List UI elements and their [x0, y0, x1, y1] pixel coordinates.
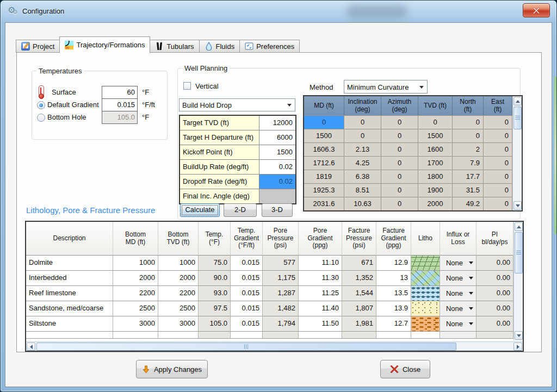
tab-project[interactable]: Project: [16, 40, 60, 53]
tab-trajectory-formations[interactable]: MD Trajectory/Formations: [59, 36, 150, 53]
influx-dropdown[interactable]: None: [440, 286, 476, 301]
trajectory-cell[interactable]: 1500: [304, 129, 344, 142]
trajectory-cell[interactable]: 1606.3: [304, 142, 344, 156]
litho-pattern-sandstone[interactable]: [411, 301, 440, 316]
trajectory-cell[interactable]: 1819: [304, 170, 344, 183]
trajectory-cell[interactable]: 0: [484, 170, 512, 183]
tab-fluids[interactable]: Fluids: [199, 40, 240, 53]
lithology-cell-bottom_md[interactable]: 3000: [113, 316, 158, 332]
trajectory-cell[interactable]: 1925.3: [304, 183, 344, 197]
litho-pattern-reef[interactable]: [411, 286, 440, 301]
tab-preferences[interactable]: Preferences: [239, 40, 300, 53]
trajectory-cell[interactable]: 0: [484, 142, 512, 156]
influx-dropdown[interactable]: None: [440, 301, 476, 316]
lithology-cell-fracture_gradient[interactable]: 12.7: [376, 316, 411, 332]
view-3d-button[interactable]: 3-D: [262, 203, 293, 217]
title-bar[interactable]: ⚙⚙ Configuration: [1, 1, 556, 22]
method-combobox[interactable]: Minimum Curvature: [344, 80, 428, 94]
trajectory-cell[interactable]: 0: [418, 115, 453, 129]
trajectory-cell[interactable]: 0: [484, 197, 512, 210]
lithology-cell-temp_gradient[interactable]: 0.015: [231, 301, 263, 316]
trajectory-cell[interactable]: 0: [381, 129, 418, 142]
lithology-cell-influx[interactable]: None: [440, 301, 476, 316]
lithology-cell-litho[interactable]: [411, 271, 440, 286]
trajectory-vertical-scrollbar[interactable]: [512, 96, 522, 210]
lithology-cell-influx[interactable]: None: [440, 256, 476, 271]
trajectory-cell[interactable]: 2: [453, 142, 484, 156]
litho-pattern-dolomite[interactable]: [411, 256, 440, 270]
lithology-cell-pore_gradient[interactable]: 11.10: [299, 256, 342, 271]
lithology-cell-fracture_gradient[interactable]: 12.9: [376, 256, 411, 271]
trajectory-cell[interactable]: 0: [381, 156, 418, 170]
tab-tubulars[interactable]: Tubulars: [150, 40, 199, 53]
lithology-cell-temp_gradient[interactable]: 0.015: [231, 256, 263, 271]
lithology-cell-litho[interactable]: [411, 316, 440, 332]
scrollbar-down-button[interactable]: [513, 201, 522, 210]
influx-dropdown[interactable]: None: [440, 271, 476, 285]
lithology-cell-pore_pressure[interactable]: 1,175: [263, 271, 299, 286]
scrollbar-up-button[interactable]: [515, 222, 523, 231]
lithology-cell-pi[interactable]: 0.00: [476, 256, 513, 271]
scrollbar-thumb[interactable]: [513, 107, 522, 129]
trajectory-cell[interactable]: 1700: [418, 156, 453, 170]
lithology-cell-bottom_md[interactable]: 2200: [113, 286, 158, 301]
lithology-cell-fracture_pressure[interactable]: 1,807: [342, 301, 376, 316]
trajectory-cell[interactable]: 1600: [418, 142, 453, 156]
lithology-cell-temp[interactable]: 75.0: [199, 256, 231, 271]
calculate-button[interactable]: Calculate: [180, 203, 220, 217]
trajectory-cell[interactable]: 0: [484, 156, 512, 170]
trajectory-cell[interactable]: 0: [381, 197, 418, 210]
default-gradient-radio[interactable]: [37, 101, 45, 109]
close-button[interactable]: Close: [380, 360, 430, 378]
lithology-cell-fracture_pressure[interactable]: 1,981: [342, 316, 376, 332]
lithology-cell-pore_gradient[interactable]: 11.50: [299, 316, 342, 332]
lithology-cell-fracture_pressure[interactable]: 671: [342, 256, 376, 271]
lithology-cell-pi[interactable]: 0.00: [476, 286, 513, 301]
lithology-cell-bottom_tvd[interactable]: 2200: [158, 286, 199, 301]
lithology-cell-fracture_gradient[interactable]: 13: [376, 271, 411, 286]
lithology-cell-temp[interactable]: 97.5: [199, 301, 231, 316]
lithology-horizontal-scrollbar[interactable]: [26, 341, 523, 351]
lithology-cell-influx[interactable]: None: [440, 271, 476, 286]
scrollbar-down-button[interactable]: [515, 331, 523, 340]
scrollbar-up-button[interactable]: [513, 97, 522, 105]
lithology-cell-description[interactable]: Reef limestone: [26, 286, 113, 301]
lithology-cell-pore_pressure[interactable]: 1,482: [263, 301, 299, 316]
default-gradient-input[interactable]: 0.015: [102, 98, 138, 111]
trajectory-cell[interactable]: 1712.6: [304, 156, 344, 170]
profile-type-combobox[interactable]: Build Hold Drop: [179, 98, 295, 111]
trajectory-cell[interactable]: 0: [381, 183, 418, 197]
scrollbar-thumb[interactable]: [515, 232, 523, 273]
lithology-cell-bottom_md[interactable]: 2500: [113, 301, 158, 316]
bottom-hole-radio[interactable]: [37, 114, 45, 122]
trajectory-cell[interactable]: 17.7: [453, 170, 484, 183]
lithology-cell-pore_gradient[interactable]: 11.30: [299, 271, 342, 286]
vertical-checkbox[interactable]: [183, 82, 191, 90]
lithology-cell-litho[interactable]: [411, 301, 440, 316]
trajectory-cell[interactable]: 0: [381, 115, 418, 129]
trajectory-cell[interactable]: 0: [453, 115, 484, 129]
lithology-cell-temp_gradient[interactable]: 0.015: [231, 316, 263, 332]
trajectory-cell[interactable]: 8.51: [344, 183, 381, 197]
lithology-cell-pi[interactable]: 0.00: [476, 316, 513, 332]
lithology-cell-fracture_gradient[interactable]: 13.5: [376, 286, 411, 301]
param-value-cell[interactable]: 0.02: [259, 160, 295, 174]
trajectory-cell[interactable]: 1500: [418, 129, 453, 142]
lithology-cell-fracture_gradient[interactable]: 13.9: [376, 301, 411, 316]
trajectory-cell[interactable]: 2031.6: [304, 197, 344, 210]
trajectory-cell[interactable]: 0: [381, 142, 418, 156]
lithology-cell-pore_gradient[interactable]: 11.25: [299, 286, 342, 301]
trajectory-cell[interactable]: 0: [381, 170, 418, 183]
trajectory-cell[interactable]: 0: [344, 129, 381, 142]
lithology-cell-influx[interactable]: None: [440, 316, 476, 332]
lithology-cell-pi[interactable]: 0.00: [476, 301, 513, 316]
lithology-cell-description[interactable]: Dolmite: [26, 256, 113, 271]
trajectory-cell[interactable]: 0: [344, 115, 381, 129]
param-value-cell[interactable]: 12000: [259, 116, 295, 130]
trajectory-cell[interactable]: 0: [484, 183, 512, 197]
lithology-cell-temp_gradient[interactable]: 0.015: [231, 271, 263, 286]
scrollbar-right-button[interactable]: [513, 343, 522, 351]
lithology-cell-bottom_tvd[interactable]: 2000: [158, 271, 199, 286]
trajectory-cell[interactable]: 1900: [418, 183, 453, 197]
param-value-cell[interactable]: [259, 189, 295, 203]
